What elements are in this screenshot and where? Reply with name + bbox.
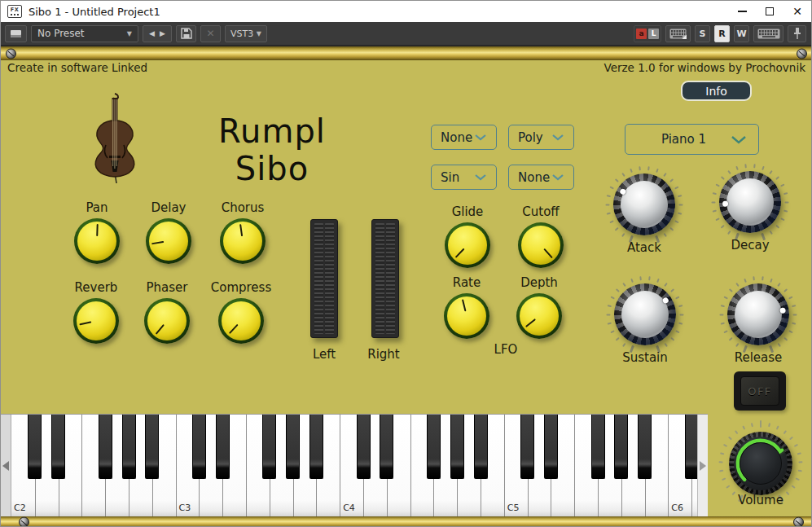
knob-label: Reverb bbox=[75, 280, 118, 295]
solo-button[interactable]: S bbox=[695, 25, 710, 42]
gold-trim-bottom bbox=[1, 516, 811, 527]
mod-source-2-dropdown[interactable]: None bbox=[508, 165, 574, 190]
attack-knob[interactable]: Atack bbox=[605, 165, 683, 244]
knob-dial bbox=[444, 293, 489, 339]
knob-label: Sustain bbox=[606, 350, 684, 365]
format-selector-value: VST3 bbox=[230, 29, 257, 39]
black-key-Csharp3[interactable] bbox=[192, 415, 206, 479]
onscreen-keyboard-button[interactable] bbox=[753, 25, 783, 42]
wide-keyboard-icon bbox=[757, 29, 780, 39]
black-key-Asharp5[interactable] bbox=[638, 415, 652, 479]
knob-pointer bbox=[229, 324, 239, 335]
rack-icon bbox=[11, 30, 21, 37]
knob-dial bbox=[144, 298, 190, 344]
toolbar-right: a L S R W bbox=[634, 25, 806, 42]
chevron-down-icon bbox=[731, 135, 747, 144]
chevron-down-icon bbox=[474, 134, 487, 141]
chevron-down-icon bbox=[551, 173, 564, 181]
black-key-Gsharp5[interactable] bbox=[614, 415, 628, 479]
lfo-wave-dropdown[interactable]: Sin bbox=[431, 165, 497, 190]
format-selector[interactable]: VST3 ▼ bbox=[225, 25, 267, 42]
black-key-Dsharp2[interactable] bbox=[51, 415, 65, 479]
black-key-Dsharp5[interactable] bbox=[544, 415, 558, 479]
scroll-left-strip[interactable] bbox=[1, 415, 11, 516]
chevron-down-icon bbox=[474, 173, 487, 181]
maximize-button[interactable] bbox=[756, 1, 783, 22]
read-automation-button[interactable]: R bbox=[714, 25, 730, 42]
right-meter-label: Right bbox=[359, 347, 408, 362]
knob-pointer bbox=[151, 241, 164, 245]
volume-label: Volume bbox=[718, 493, 803, 507]
pan-knob[interactable]: Pan bbox=[56, 200, 138, 264]
knob-label: Delay bbox=[151, 200, 186, 215]
delete-preset-button[interactable]: ✕ bbox=[200, 25, 221, 42]
octave-label-C5: C5 bbox=[507, 503, 520, 513]
preset-selector[interactable]: No Preset ▼ bbox=[31, 25, 138, 42]
compress-knob[interactable]: Compress bbox=[200, 280, 282, 344]
black-key-Asharp3[interactable] bbox=[309, 415, 323, 479]
decay-knob[interactable]: Decay bbox=[711, 163, 789, 241]
black-key-Gsharp2[interactable] bbox=[122, 415, 136, 479]
write-automation-button[interactable]: W bbox=[734, 25, 749, 42]
minimize-button[interactable] bbox=[728, 1, 756, 22]
chorus-knob[interactable]: Chorus bbox=[202, 200, 283, 264]
knob-pointer bbox=[462, 299, 467, 311]
automation-latch-button[interactable]: a L bbox=[634, 25, 661, 42]
delay-knob[interactable]: Delay bbox=[128, 200, 209, 264]
black-key-Gsharp3[interactable] bbox=[286, 415, 300, 479]
dropdown-value: Sin bbox=[441, 170, 459, 185]
black-key-Fsharp4[interactable] bbox=[427, 415, 441, 479]
black-key-Csharp2[interactable] bbox=[28, 415, 42, 479]
dropdown-value: Poly bbox=[518, 130, 543, 145]
black-key-Gsharp4[interactable] bbox=[450, 415, 464, 479]
knob-dial bbox=[74, 218, 120, 264]
phaser-knob[interactable]: Phaser bbox=[126, 280, 208, 344]
black-key-Fsharp3[interactable] bbox=[262, 415, 276, 479]
rack-button[interactable] bbox=[5, 25, 27, 42]
plugin-title: Rumpl Sibo bbox=[182, 112, 362, 187]
depth-knob[interactable]: Depth bbox=[498, 275, 580, 339]
editor-keyboard-button[interactable] bbox=[665, 25, 691, 42]
knob-dial bbox=[516, 293, 562, 339]
screw-icon bbox=[6, 48, 16, 59]
volume-knob[interactable]: Volume bbox=[718, 421, 803, 506]
knob-pointer bbox=[239, 224, 244, 236]
black-key-Dsharp3[interactable] bbox=[216, 415, 230, 479]
fx-plugin-icon: FX bbox=[7, 5, 22, 18]
glide-knob[interactable]: Glide bbox=[427, 204, 508, 268]
mod-source-1-dropdown[interactable]: None bbox=[431, 125, 497, 150]
black-key-Asharp4[interactable] bbox=[474, 415, 488, 479]
knob-pointer bbox=[156, 324, 165, 335]
scroll-right-strip[interactable] bbox=[697, 415, 708, 516]
knob-pointer bbox=[619, 188, 627, 196]
voice-mode-dropdown[interactable]: Poly bbox=[508, 125, 574, 150]
info-button[interactable]: Info bbox=[681, 81, 752, 101]
preset-selector-value: No Preset bbox=[37, 28, 127, 39]
reverb-knob[interactable]: Reverb bbox=[55, 280, 137, 344]
knob-dial bbox=[218, 298, 264, 344]
off-toggle-button[interactable]: OFF bbox=[734, 371, 786, 411]
knob-label: Pan bbox=[86, 200, 108, 215]
black-key-Dsharp4[interactable] bbox=[380, 415, 393, 479]
instrument-preset-dropdown[interactable]: Piano 1 bbox=[625, 124, 759, 155]
release-knob[interactable]: Release bbox=[719, 275, 797, 354]
scroll-right-icon bbox=[700, 461, 706, 471]
rate-knob[interactable]: Rate bbox=[426, 275, 507, 339]
save-preset-button[interactable] bbox=[176, 25, 196, 42]
black-key-Fsharp2[interactable] bbox=[99, 415, 112, 479]
black-key-Fsharp5[interactable] bbox=[591, 415, 605, 479]
next-preset-button[interactable]: ▶ bbox=[157, 29, 168, 37]
pin-window-button[interactable] bbox=[788, 25, 806, 42]
close-button[interactable]: ✕ bbox=[783, 1, 811, 22]
caret-down-icon: ▼ bbox=[127, 30, 132, 37]
sustain-knob[interactable]: Sustain bbox=[606, 275, 684, 354]
cutoff-knob[interactable]: Cutoff bbox=[500, 204, 582, 268]
prev-preset-button[interactable]: ◀ bbox=[147, 29, 157, 37]
dropdown-value: None bbox=[518, 170, 550, 185]
black-key-Csharp5[interactable] bbox=[520, 415, 534, 479]
left-meter-label: Left bbox=[300, 347, 349, 362]
lfo-label: LFO bbox=[485, 342, 527, 357]
knob-label: Chorus bbox=[222, 200, 265, 215]
black-key-Asharp2[interactable] bbox=[145, 415, 159, 479]
black-key-Csharp4[interactable] bbox=[357, 415, 371, 479]
